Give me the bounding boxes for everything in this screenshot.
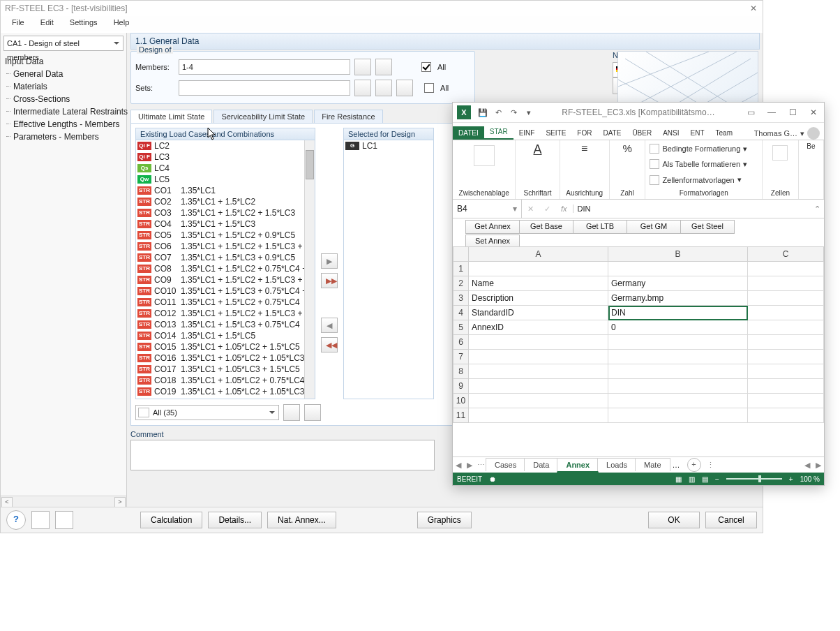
sheet-options-icon[interactable]: ⋮: [705, 461, 717, 470]
loadcase-row[interactable]: STRCO201.35*LC1 + 1.05*LC3 + 0.75*LC4 +: [136, 397, 315, 399]
tree-item-0[interactable]: General Data: [5, 68, 122, 80]
qat-customize-icon[interactable]: ▾: [521, 105, 537, 120]
selected-loadcases-list[interactable]: GLC1: [343, 140, 434, 399]
loadcase-row[interactable]: STRCO31.35*LC1 + 1.5*LC2 + 1.5*LC3: [136, 207, 315, 218]
loadcase-row[interactable]: STRCO101.35*LC1 + 1.5*LC3 + 0.75*LC4 +: [136, 285, 315, 297]
tab-fire[interactable]: Fire Resistance: [314, 110, 382, 123]
grid-row[interactable]: 8: [453, 364, 824, 379]
tree-item-4[interactable]: Effective Lengths - Members: [5, 118, 122, 131]
get-steel-button[interactable]: Get Steel: [680, 220, 735, 234]
selected-row[interactable]: GLC1: [344, 140, 433, 151]
remove-all-button[interactable]: ◀◀: [321, 337, 338, 352]
grid-row[interactable]: 10: [453, 394, 824, 408]
sheet-nav-prev-icon[interactable]: ▶: [464, 461, 475, 470]
rf-tree[interactable]: Input Data General DataMaterialsCross-Se…: [1, 54, 126, 144]
ribbon-group-alignment[interactable]: ≡ Ausrichtung: [560, 140, 610, 199]
ribbon-group-number[interactable]: % Zahl: [610, 140, 646, 199]
grid-row[interactable]: 1: [453, 262, 824, 276]
details-button[interactable]: Details...: [208, 512, 262, 528]
confirm-edit-icon[interactable]: ✓: [539, 205, 555, 214]
loadcase-row[interactable]: STRCO131.35*LC1 + 1.5*LC3 + 0.75*LC4: [136, 319, 315, 330]
clear-sets-icon[interactable]: [375, 80, 392, 96]
zoom-out-icon[interactable]: −: [715, 475, 719, 483]
loadcase-row[interactable]: STRCO141.35*LC1 + 1.5*LC5: [136, 330, 315, 341]
all-members-checkbox[interactable]: [421, 62, 431, 72]
cell-styles-button[interactable]: Zellenformatvorlagen▾: [650, 174, 741, 186]
ribbon-group-font[interactable]: A Schriftart: [516, 140, 560, 199]
ribbon-group-editing[interactable]: Be: [799, 140, 824, 199]
ok-button[interactable]: OK: [648, 512, 700, 528]
loadcase-row[interactable]: Qi FLC2: [136, 140, 315, 151]
nav-hscroll[interactable]: <>: [1, 496, 126, 507]
tab-uls[interactable]: Ultimate Limit State: [130, 110, 212, 123]
menu-file[interactable]: File: [5, 16, 31, 29]
menu-settings[interactable]: Settings: [63, 16, 105, 29]
tab-sls[interactable]: Serviceability Limit State: [213, 110, 313, 123]
cancel-button[interactable]: Cancel: [705, 512, 757, 528]
get-base-button[interactable]: Get Base: [519, 220, 573, 234]
grid-row[interactable]: 4StandardIDDIN: [453, 306, 824, 320]
xl-user[interactable]: Thomas G…▾: [754, 127, 824, 140]
loadcase-row[interactable]: STRCO181.35*LC1 + 1.05*LC2 + 0.75*LC4 +: [136, 375, 315, 386]
filter-check-icon[interactable]: [283, 404, 300, 421]
tree-item-5[interactable]: Parameters - Members: [5, 131, 122, 143]
ribbon-tab-date[interactable]: DATE: [597, 126, 627, 140]
loadcase-filter-combo[interactable]: All (35): [135, 405, 279, 420]
ribbon-group-cells[interactable]: Zellen: [763, 140, 799, 199]
ribbon-tab-for[interactable]: FOR: [571, 126, 597, 140]
add-one-button[interactable]: ▶: [321, 253, 338, 269]
xl-worksheet[interactable]: ABC12NameGermany3DescriptionGermany.bmp4…: [453, 246, 824, 457]
export-icon[interactable]: [55, 511, 73, 529]
remove-one-button[interactable]: ◀: [321, 318, 338, 333]
hscroll-left-icon[interactable]: ◀: [802, 461, 813, 470]
comment-textarea[interactable]: [130, 440, 435, 470]
grid-row[interactable]: 7: [453, 350, 824, 364]
expand-formula-icon[interactable]: ⌃: [810, 205, 824, 214]
calculation-button[interactable]: Calculation: [140, 512, 202, 528]
loadcase-row[interactable]: STRCO11.35*LC1: [136, 185, 315, 196]
ribbon-options-icon[interactable]: ▭: [740, 107, 761, 117]
loadcase-row[interactable]: STRCO91.35*LC1 + 1.5*LC2 + 1.5*LC3 + 0.: [136, 274, 315, 285]
pick-members-icon[interactable]: [354, 59, 371, 75]
name-box[interactable]: B4▾: [453, 200, 522, 218]
loadcase-row[interactable]: QsLC4: [136, 163, 315, 174]
loadcase-row[interactable]: STRCO81.35*LC1 + 1.5*LC2 + 0.75*LC4 +: [136, 263, 315, 274]
tree-item-3[interactable]: Intermediate Lateral Restraints: [5, 105, 122, 118]
loadcase-row[interactable]: QwLC5: [136, 174, 315, 185]
add-all-button[interactable]: ▶▶: [321, 273, 338, 288]
formula-input[interactable]: DIN: [573, 205, 810, 213]
grid-row[interactable]: 2NameGermany: [453, 276, 824, 291]
conditional-formatting-button[interactable]: Bedingte Formatierung▾: [650, 142, 747, 155]
menu-edit[interactable]: Edit: [33, 16, 61, 29]
loadcases-scrollbar[interactable]: [304, 140, 315, 399]
view-normal-icon[interactable]: ▦: [675, 475, 682, 483]
view-layout-icon[interactable]: ▥: [689, 475, 695, 483]
loadcase-row[interactable]: STRCO61.35*LC1 + 1.5*LC2 + 1.5*LC3 + 0.: [136, 241, 315, 252]
grid-row[interactable]: 5AnnexID0: [453, 320, 824, 335]
sheet-tab-annex[interactable]: Annex: [557, 458, 599, 473]
clear-members-icon[interactable]: [375, 59, 392, 75]
redo-icon[interactable]: ↷: [506, 105, 521, 120]
tree-item-2[interactable]: Cross-Sections: [5, 93, 122, 105]
new-set-icon[interactable]: [396, 80, 413, 96]
loadcase-row[interactable]: STRCO171.35*LC1 + 1.05*LC3 + 1.5*LC5: [136, 364, 315, 375]
all-sets-checkbox[interactable]: [424, 83, 434, 93]
loadcase-row[interactable]: STRCO161.35*LC1 + 1.05*LC2 + 1.05*LC3 +: [136, 352, 315, 364]
grid-row[interactable]: 11: [453, 408, 824, 423]
ribbon-tab-uber[interactable]: ÜBER: [627, 126, 657, 140]
menu-help[interactable]: Help: [107, 16, 137, 29]
sheet-tab-loads[interactable]: Loads: [597, 458, 636, 471]
tree-item-1[interactable]: Materials: [5, 80, 122, 93]
grid-row[interactable]: 6: [453, 335, 824, 350]
ribbon-tab-ent[interactable]: ENT: [685, 126, 710, 140]
zoom-in-icon[interactable]: +: [789, 475, 793, 483]
ribbon-tab-einf[interactable]: EINF: [513, 126, 541, 140]
get-ltb-button[interactable]: Get LTB: [573, 220, 627, 234]
macro-record-icon[interactable]: ⏺: [489, 475, 496, 483]
undo-icon[interactable]: ↶: [490, 105, 506, 120]
ribbon-tab-team[interactable]: Team: [710, 126, 738, 140]
grid-row[interactable]: 9: [453, 379, 824, 394]
sheet-nav-more-icon[interactable]: ⋯: [475, 461, 486, 470]
view-pagebreak-icon[interactable]: ▤: [702, 475, 708, 483]
get-annex-button[interactable]: Get Annex: [465, 220, 520, 234]
